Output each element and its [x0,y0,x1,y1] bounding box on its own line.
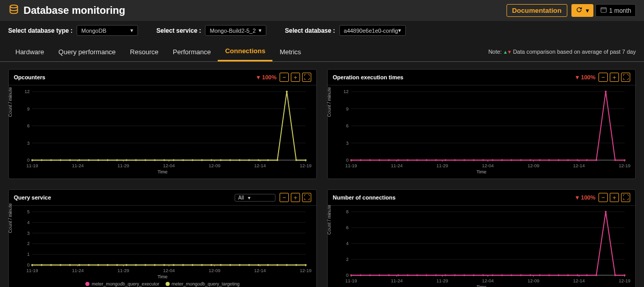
svg-text:12-19: 12-19 [300,163,311,168]
svg-text:11-29: 11-29 [118,268,129,273]
svg-point-104 [558,159,560,161]
svg-point-45 [201,159,203,161]
svg-text:12-04: 12-04 [163,268,175,273]
svg-text:6: 6 [346,225,349,230]
expand-button[interactable]: ＋ [610,73,619,82]
svg-point-111 [624,159,626,161]
svg-point-198 [305,264,307,266]
svg-point-179 [126,264,128,266]
documentation-button[interactable]: Documentation [507,4,567,17]
collapse-button[interactable]: − [280,73,289,82]
svg-point-94 [464,159,466,161]
svg-text:3: 3 [346,141,349,146]
fullscreen-button[interactable]: ⛶ [621,193,630,202]
date-range-button[interactable]: 1 month [595,4,636,17]
svg-point-242 [520,274,522,276]
svg-text:11-19: 11-19 [345,278,357,283]
svg-point-97 [492,159,494,161]
collapse-button[interactable]: − [280,193,289,202]
svg-point-89 [416,159,418,161]
y-axis-label: Count / minute [327,87,332,117]
tab-query-performance[interactable]: Query performance [51,43,123,61]
collapse-button[interactable]: − [599,73,608,82]
svg-point-34 [97,159,99,161]
svg-point-238 [482,274,484,276]
svg-point-197 [295,264,297,266]
svg-point-169 [31,264,33,266]
svg-text:12-04: 12-04 [482,278,494,283]
expand-button[interactable]: ＋ [610,193,619,202]
svg-point-86 [388,159,390,161]
svg-point-180 [135,264,137,266]
svg-text:11-29: 11-29 [436,163,448,168]
svg-point-91 [435,159,437,161]
svg-point-187 [201,264,203,266]
query-chart: 01234511-1911-2411-2912-0412-0912-1412-1… [13,208,312,274]
expand-button[interactable]: ＋ [291,73,300,82]
db-select[interactable]: a44890e6e1e0-config▾ [339,25,406,36]
svg-point-33 [88,159,90,161]
chevron-down-icon: ▾ [130,27,133,34]
fullscreen-button[interactable]: ⛶ [621,73,630,82]
svg-rect-1 [601,8,606,12]
refresh-button[interactable]: ▾ [571,4,593,17]
db-type-select[interactable]: MongoDB▾ [77,25,138,36]
svg-text:12-14: 12-14 [573,163,585,168]
svg-point-225 [360,274,362,276]
svg-text:4: 4 [346,241,349,246]
svg-point-189 [220,264,222,266]
svg-point-178 [116,264,118,266]
svg-text:12-09: 12-09 [527,278,539,283]
svg-point-90 [426,159,428,161]
svg-point-82 [350,159,352,161]
tab-hardware[interactable]: Hardware [8,43,51,61]
service-select[interactable]: Mongo-Build2-5_2▾ [205,25,266,36]
svg-point-193 [258,264,260,266]
tab-connections[interactable]: Connections [218,42,272,61]
svg-point-195 [277,264,279,266]
svg-point-32 [78,159,80,161]
svg-point-246 [558,274,560,276]
svg-text:11-19: 11-19 [26,163,38,168]
svg-point-251 [605,211,607,213]
svg-text:0: 0 [27,262,30,268]
tab-resource[interactable]: Resource [123,43,166,61]
svg-point-109 [605,91,607,93]
svg-point-236 [464,274,466,276]
svg-text:2: 2 [27,241,30,246]
svg-point-244 [539,274,541,276]
date-range-label: 1 month [609,7,631,14]
fullscreen-button[interactable]: ⛶ [302,193,311,202]
svg-point-245 [548,274,550,276]
y-axis-label: Count / minute [327,205,332,235]
x-axis-label: Time [332,284,631,287]
svg-text:0: 0 [346,273,349,278]
trend-badge: ▼100% [256,74,277,80]
chevron-down-icon: ▾ [259,27,262,34]
svg-text:11-24: 11-24 [391,163,403,168]
fullscreen-button[interactable]: ⛶ [302,73,311,82]
series-filter-select[interactable]: All▾ [235,194,275,202]
svg-point-103 [548,159,550,161]
collapse-button[interactable]: − [599,193,608,202]
tab-performance[interactable]: Performance [166,43,218,61]
svg-text:5: 5 [27,209,30,214]
tab-metrics[interactable]: Metrics [272,43,308,61]
db-type-label: Select database type : [8,27,73,34]
svg-text:11-29: 11-29 [436,278,448,283]
svg-text:11-24: 11-24 [72,268,84,273]
chart-legend: meter_mongodb_query_executor meter_mongo… [13,281,312,287]
calendar-icon [600,6,607,15]
x-axis-label: Time [332,169,631,176]
svg-point-44 [192,159,194,161]
svg-point-226 [369,274,371,276]
chevron-down-icon: ▾ [586,7,589,14]
panel-opcounters: Opcounters ▼100% − ＋ ⛶ Count / minute 03… [8,69,317,179]
trend-down-icon: ▼ [256,74,261,80]
expand-button[interactable]: ＋ [291,193,300,202]
panel-title: Operation execution times [333,74,403,80]
svg-point-185 [182,264,184,266]
svg-text:4: 4 [27,220,30,225]
panel-exec-times: Operation execution times ▼100% − ＋ ⛶ Co… [327,69,636,179]
svg-point-49 [239,159,241,161]
